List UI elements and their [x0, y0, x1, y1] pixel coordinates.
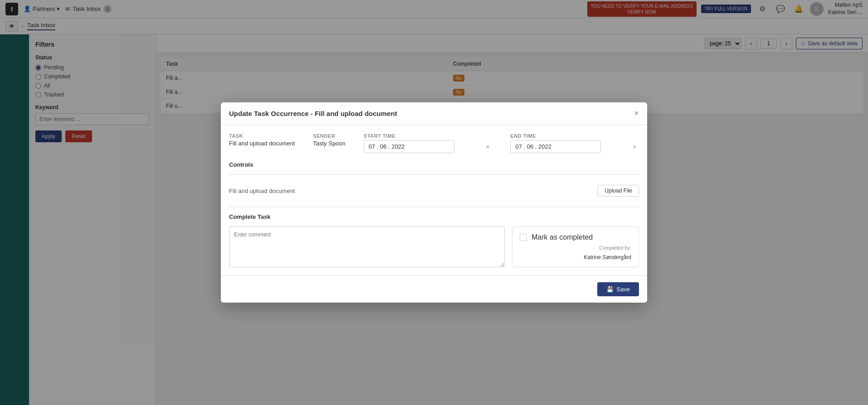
modal-overlay: Update Task Occurrence - Fill and upload… [0, 0, 868, 405]
end-time-wrap: × [510, 140, 639, 153]
task-meta-value: Fill and upload document [229, 140, 295, 147]
controls-section-title: Controls [229, 161, 639, 168]
modal-meta-row: Task Fill and upload document Sender Tas… [229, 133, 639, 153]
save-icon: 💾 [606, 286, 614, 293]
mark-completed-checkbox[interactable] [520, 234, 527, 241]
start-time-wrap: × [364, 140, 493, 153]
start-time-group: Start time × [364, 133, 493, 153]
modal-body: Task Fill and upload document Sender Tas… [221, 125, 647, 275]
start-time-clear-button[interactable]: × [486, 143, 489, 150]
controls-item-label: Fill and upload document [229, 188, 295, 194]
controls-divider [229, 174, 639, 175]
start-time-label: Start time [364, 133, 493, 139]
controls-row: Fill and upload document Upload File [229, 181, 639, 200]
mark-completed-row: Mark as completed [520, 233, 631, 241]
end-time-group: End time × [510, 133, 639, 153]
end-time-clear-button[interactable]: × [633, 143, 636, 150]
modal-footer: 💾 Save [221, 275, 647, 303]
sender-meta-value: Tasty Spoon [313, 140, 346, 147]
complete-task-title: Complete Task [229, 213, 639, 220]
mark-completed-box: Mark as completed Completed by: Katrine … [512, 227, 639, 267]
mark-completed-label: Mark as completed [532, 233, 593, 241]
save-button[interactable]: 💾 Save [597, 282, 639, 296]
completed-by-label: Completed by: [520, 245, 631, 251]
modal-header: Update Task Occurrence - Fill and upload… [221, 102, 647, 125]
modal-close-button[interactable]: × [634, 109, 639, 118]
modal: Update Task Occurrence - Fill and upload… [221, 102, 647, 303]
sender-meta-label: Sender [313, 133, 346, 139]
task-meta-label: Task [229, 133, 295, 139]
complete-task-section: Mark as completed Completed by: Katrine … [229, 227, 639, 267]
complete-task-divider [229, 207, 639, 207]
start-time-input[interactable] [364, 140, 454, 153]
completed-by-name: Katrine Søndergård [520, 254, 631, 260]
comment-textarea[interactable] [229, 227, 505, 267]
end-time-input[interactable] [510, 140, 601, 153]
end-time-label: End time [510, 133, 639, 139]
upload-file-button[interactable]: Upload File [598, 185, 639, 197]
sender-meta-group: Sender Tasty Spoon [313, 133, 346, 153]
task-meta-group: Task Fill and upload document [229, 133, 295, 153]
modal-title: Update Task Occurrence - Fill and upload… [229, 110, 397, 117]
save-label: Save [616, 286, 630, 293]
